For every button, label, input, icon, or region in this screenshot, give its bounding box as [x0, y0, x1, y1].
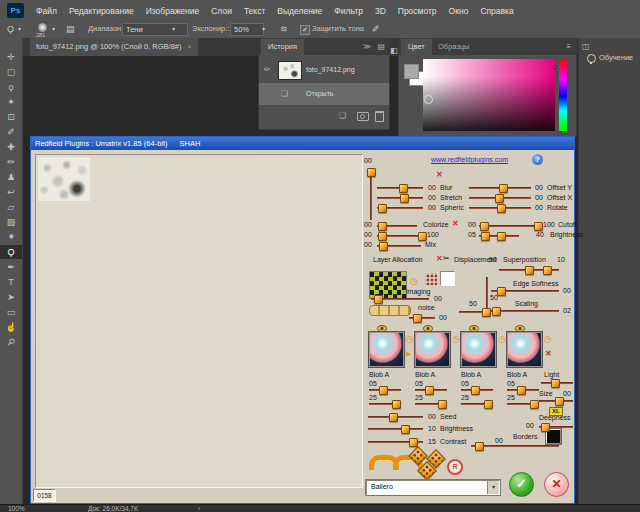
vertical-slider-handle[interactable] [367, 168, 376, 177]
collapsed-panel-icon[interactable]: ◧ [390, 44, 398, 58]
exposure-select[interactable]: 50% [230, 23, 264, 36]
lasso-tool[interactable]: ϙ [0, 80, 22, 94]
history-expand-icon[interactable]: ≫ [363, 40, 371, 54]
new-document-from-state-icon[interactable]: ❏ [339, 109, 346, 123]
edge-softness-slider-handle[interactable] [497, 287, 506, 296]
foreground-color-swatch[interactable] [404, 64, 419, 79]
tab-close-icon[interactable]: × [188, 42, 192, 51]
saturation-brightness-field[interactable] [423, 59, 555, 131]
blur-tool[interactable]: ♠ [0, 230, 22, 244]
noise-pattern-strip[interactable] [369, 305, 411, 316]
blob1-v1-handle[interactable] [379, 386, 388, 395]
contrast-slider-handle[interactable] [409, 438, 418, 447]
imaging-slider-handle[interactable] [374, 295, 383, 304]
randomize-button[interactable]: R [447, 459, 463, 475]
clone-stamp-tool[interactable]: ♟ [0, 170, 22, 184]
blob2-visibility-eye-icon[interactable] [423, 325, 433, 332]
airbrush-icon[interactable]: ≋ [280, 21, 288, 37]
blob1-play-icon[interactable]: ▶ [406, 349, 411, 358]
blob1-thumbnail[interactable] [369, 332, 404, 367]
scaling-slider-handle[interactable] [492, 307, 501, 316]
cutoff-min-handle[interactable] [480, 222, 489, 231]
offset-y-slider-handle[interactable] [499, 184, 508, 193]
brush-tool[interactable]: ✏ [0, 155, 22, 169]
brightness-range-min-handle[interactable] [481, 232, 490, 241]
hand-tool[interactable]: ☝ [0, 320, 22, 334]
redfieldplugins-link[interactable]: www.redfieldplugins.com [431, 156, 508, 164]
blob4-visibility-eye-icon[interactable] [515, 325, 525, 332]
blob2-name[interactable]: Blob A [415, 371, 435, 379]
eyedropper-tool[interactable]: ✐ [0, 125, 22, 139]
range-select-arrow-icon[interactable]: ▾ [172, 21, 175, 37]
cancel-button[interactable]: ✕ [544, 472, 569, 497]
preset-dropdown-arrow-icon[interactable]: ▾ [487, 481, 499, 494]
size-slider-handle[interactable] [555, 397, 564, 406]
menu-3d[interactable]: 3D [369, 1, 392, 21]
brightness-slider[interactable] [368, 428, 423, 430]
help-button[interactable]: ? [532, 154, 543, 165]
stretch-slider-handle[interactable] [400, 194, 409, 203]
swatches-tab[interactable]: Образцы [431, 39, 477, 55]
learn-panel-title[interactable]: Обучение [599, 53, 633, 62]
delete-state-icon[interactable] [375, 111, 384, 122]
menu-layers[interactable]: Слои [205, 1, 238, 21]
blob1-visibility-eye-icon[interactable] [377, 325, 387, 332]
brightness-range-max-handle[interactable] [497, 232, 506, 241]
gradient-tool[interactable]: ▨ [0, 215, 22, 229]
reset-layer-allocation-icon[interactable]: ✕ [436, 255, 443, 263]
menu-view[interactable]: Просмотр [392, 1, 443, 21]
colorize-range-min-handle[interactable] [378, 232, 387, 241]
zoom-level[interactable]: 100% [8, 505, 25, 512]
blob2-v1-handle[interactable] [425, 386, 434, 395]
blob2-clock-icon[interactable]: ◷ [452, 335, 460, 344]
toggle-panel-icon[interactable]: ▤ [66, 21, 75, 37]
menu-select[interactable]: Выделение [271, 1, 328, 21]
pressure-icon[interactable]: ✐ [372, 21, 380, 37]
history-state-open-file[interactable]: ✏ foto_97412.png [259, 59, 389, 81]
menu-help[interactable]: Справка [474, 1, 519, 21]
offset-x-slider-handle[interactable] [495, 194, 504, 203]
blob4-thumbnail[interactable] [507, 332, 542, 367]
ok-button[interactable]: ✓ [509, 472, 534, 497]
seed-slider-handle[interactable] [389, 413, 398, 422]
blob1-clock-icon[interactable]: ◷ [406, 335, 414, 344]
colorize-slider-handle[interactable] [378, 222, 387, 231]
protect-tones-checkbox[interactable]: ✓ [300, 25, 310, 35]
scissors-icon[interactable]: ✂ [443, 255, 450, 263]
shape-tool[interactable]: ▭ [0, 305, 22, 319]
quick-selection-tool[interactable]: ✦ [0, 95, 22, 109]
blob4-clock-icon[interactable]: ◷ [544, 335, 552, 344]
path-selection-tool[interactable]: ➤ [0, 290, 22, 304]
blob2-v2-handle[interactable] [438, 400, 447, 409]
blob3-clock-icon[interactable]: ◷ [498, 335, 506, 344]
blob2-thumbnail[interactable] [415, 332, 450, 367]
color-tab[interactable]: Цвет [401, 39, 432, 55]
menu-filter[interactable]: Фильтр [328, 1, 369, 21]
reset-colorize-icon[interactable]: ✕ [452, 220, 459, 228]
history-tab[interactable]: История [261, 39, 304, 55]
history-state-open[interactable]: ❏ Открыть [259, 83, 389, 105]
color-menu-icon[interactable]: ≡ [566, 40, 571, 54]
noise-slider-handle[interactable] [413, 314, 422, 323]
borders-slider-handle[interactable] [475, 442, 484, 451]
preset-combobox[interactable]: Ballero ▾ [366, 480, 500, 495]
vertical-slider[interactable] [370, 170, 372, 220]
blob3-v1-handle[interactable] [471, 386, 480, 395]
reset-blur-group-icon[interactable]: ✕ [436, 171, 443, 179]
blur-slider-handle[interactable] [399, 184, 408, 193]
preview-area[interactable] [35, 154, 363, 488]
eraser-tool[interactable]: ▱ [0, 200, 22, 214]
light-slider-handle[interactable] [551, 379, 560, 388]
menu-edit[interactable]: Редактирование [63, 1, 140, 21]
range-select[interactable]: Тени [122, 23, 188, 36]
menu-file[interactable]: Файл [30, 1, 63, 21]
current-tool-icon[interactable]: Ϙ [7, 21, 14, 37]
blob4-v2-handle[interactable] [530, 400, 539, 409]
blob3-thumbnail[interactable] [461, 332, 496, 367]
menu-type[interactable]: Текст [238, 1, 271, 21]
borders-slider[interactable] [471, 445, 559, 447]
status-arrow-icon[interactable]: › [198, 505, 200, 512]
history-brush-tool[interactable]: ↩ [0, 185, 22, 199]
rotate-slider-handle[interactable] [497, 204, 506, 213]
dodge-tool[interactable]: Ϙ [0, 245, 22, 259]
